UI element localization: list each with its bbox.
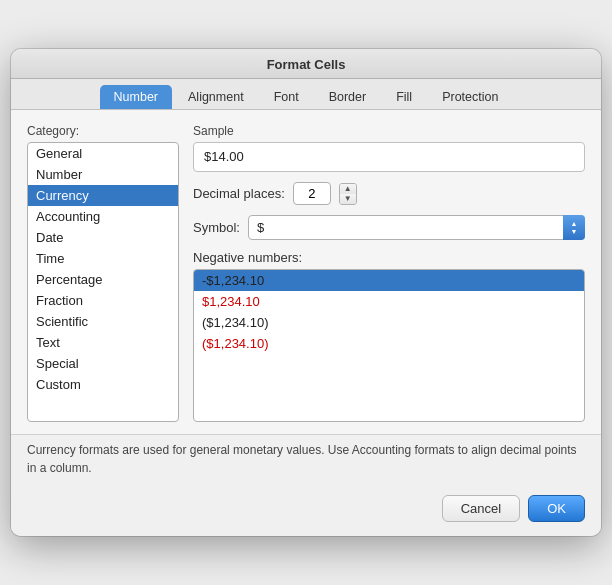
sample-section: Sample $14.00 bbox=[193, 124, 585, 172]
right-panel: Sample $14.00 Decimal places: ▲ ▼ Sym bbox=[193, 124, 585, 422]
decimal-stepper: ▲ ▼ bbox=[339, 183, 357, 205]
negative-section: Negative numbers: -$1,234.10 $1,234.10 (… bbox=[193, 250, 585, 422]
button-bar: Cancel OK bbox=[11, 487, 601, 536]
category-item-time[interactable]: Time bbox=[28, 248, 178, 269]
footer-note: Currency formats are used for general mo… bbox=[11, 434, 601, 487]
sample-label: Sample bbox=[193, 124, 585, 138]
cancel-button[interactable]: Cancel bbox=[442, 495, 520, 522]
chevron-up-icon: ▲ bbox=[344, 185, 352, 193]
category-item-general[interactable]: General bbox=[28, 143, 178, 164]
decimal-increment[interactable]: ▲ bbox=[340, 184, 356, 194]
tab-alignment[interactable]: Alignment bbox=[174, 85, 258, 109]
negative-label: Negative numbers: bbox=[193, 250, 585, 265]
category-label: Category: bbox=[27, 124, 179, 138]
negative-item-2[interactable]: ($1,234.10) bbox=[194, 312, 584, 333]
tab-fill[interactable]: Fill bbox=[382, 85, 426, 109]
tab-protection[interactable]: Protection bbox=[428, 85, 512, 109]
symbol-select-wrapper: $ € £ ¥ None ▲ ▼ bbox=[248, 215, 585, 240]
category-item-text[interactable]: Text bbox=[28, 332, 178, 353]
chevron-down-icon: ▼ bbox=[344, 195, 352, 203]
symbol-label: Symbol: bbox=[193, 220, 240, 235]
category-item-scientific[interactable]: Scientific bbox=[28, 311, 178, 332]
category-item-special[interactable]: Special bbox=[28, 353, 178, 374]
category-item-fraction[interactable]: Fraction bbox=[28, 290, 178, 311]
left-panel: Category: General Number Currency Accoun… bbox=[27, 124, 179, 422]
negative-item-0[interactable]: -$1,234.10 bbox=[194, 270, 584, 291]
tab-border[interactable]: Border bbox=[315, 85, 381, 109]
negative-item-1[interactable]: $1,234.10 bbox=[194, 291, 584, 312]
ok-button[interactable]: OK bbox=[528, 495, 585, 522]
decimal-label: Decimal places: bbox=[193, 186, 285, 201]
decimal-row: Decimal places: ▲ ▼ bbox=[193, 182, 585, 205]
negative-list: -$1,234.10 $1,234.10 ($1,234.10) ($1,234… bbox=[193, 269, 585, 422]
tabs-bar: Number Alignment Font Border Fill Protec… bbox=[11, 79, 601, 110]
title-text: Format Cells bbox=[267, 57, 346, 72]
category-item-custom[interactable]: Custom bbox=[28, 374, 178, 395]
category-item-date[interactable]: Date bbox=[28, 227, 178, 248]
negative-item-3[interactable]: ($1,234.10) bbox=[194, 333, 584, 354]
category-list: General Number Currency Accounting Date … bbox=[27, 142, 179, 422]
category-item-percentage[interactable]: Percentage bbox=[28, 269, 178, 290]
tab-number[interactable]: Number bbox=[100, 85, 172, 109]
symbol-row: Symbol: $ € £ ¥ None ▲ ▼ bbox=[193, 215, 585, 240]
decimal-decrement[interactable]: ▼ bbox=[340, 194, 356, 204]
tab-font[interactable]: Font bbox=[260, 85, 313, 109]
dialog-title: Format Cells bbox=[11, 49, 601, 79]
category-item-number[interactable]: Number bbox=[28, 164, 178, 185]
main-content: Category: General Number Currency Accoun… bbox=[11, 110, 601, 434]
symbol-select[interactable]: $ € £ ¥ None bbox=[248, 215, 585, 240]
category-item-accounting[interactable]: Accounting bbox=[28, 206, 178, 227]
decimal-input[interactable] bbox=[293, 182, 331, 205]
category-item-currency[interactable]: Currency bbox=[28, 185, 178, 206]
sample-value: $14.00 bbox=[193, 142, 585, 172]
format-cells-dialog: Format Cells Number Alignment Font Borde… bbox=[11, 49, 601, 536]
